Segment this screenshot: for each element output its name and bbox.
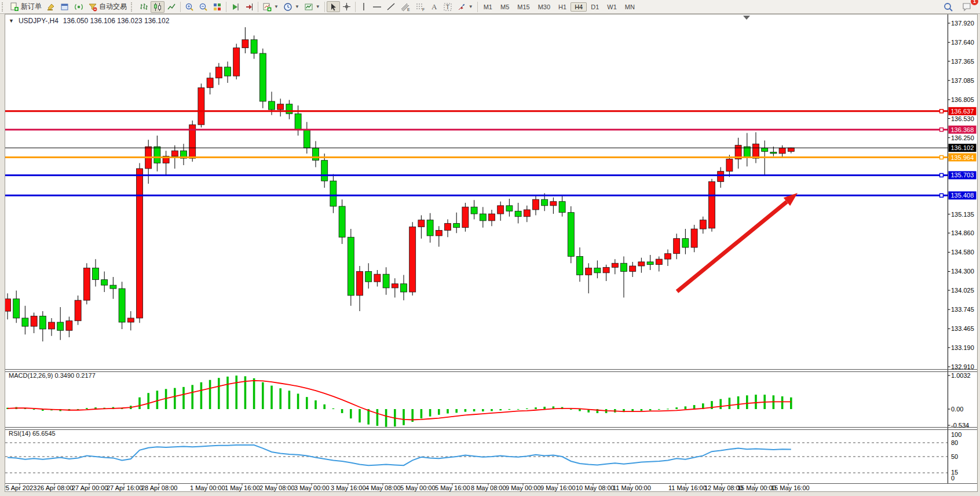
timeframe-group: M1M5M15M30H1H4D1W1MN — [480, 2, 639, 12]
text-label-tool[interactable]: T — [441, 1, 455, 13]
macd-signal-line — [8, 381, 791, 420]
time-label: 3 May 00:00 — [294, 484, 330, 491]
toolbar-separator — [258, 2, 258, 12]
toolbar-grip[interactable] — [131, 2, 135, 12]
autotrade-icon — [88, 2, 97, 12]
timeframe-button-m1[interactable]: M1 — [480, 2, 496, 12]
market-watch-button[interactable] — [58, 1, 72, 13]
toolbar-separator — [355, 2, 356, 12]
timeframe-button-m15[interactable]: M15 — [513, 2, 533, 12]
macd-axis-label: -0.534 — [951, 422, 969, 429]
toolbar-separator — [226, 2, 226, 12]
time-label: 8 May 08:00 — [471, 484, 506, 491]
collapse-triangle-icon[interactable]: ▼ — [9, 18, 14, 24]
equidistant-channel-tool[interactable]: E — [398, 1, 413, 13]
signal-button[interactable] — [72, 1, 86, 13]
price-label-text: 135.964 — [951, 154, 974, 161]
price-label-text: 136.368 — [951, 126, 974, 133]
clock-icon — [283, 2, 292, 12]
indicators-plus-icon — [262, 2, 272, 12]
line-handle[interactable] — [940, 194, 944, 197]
time-label: 11 May 00:00 — [613, 484, 651, 491]
line-chart-button[interactable] — [164, 1, 178, 13]
svg-text:A: A — [432, 2, 437, 11]
timeframe-button-h1[interactable]: H1 — [554, 2, 571, 12]
price-tick-label: 134.300 — [951, 268, 974, 275]
line-handle[interactable] — [940, 156, 944, 159]
bar-chart-button[interactable] — [137, 1, 151, 13]
zoom-out-button[interactable] — [196, 1, 210, 13]
price-tick-label: 137.085 — [951, 77, 974, 84]
timeframe-button-w1[interactable]: W1 — [603, 2, 621, 12]
toolbar-separator — [180, 2, 181, 12]
line-handle[interactable] — [940, 173, 944, 177]
macd-label: MACD(12,26,9) 0.3490 0.2177 — [9, 372, 96, 379]
stamp-button[interactable] — [44, 1, 58, 13]
zoom-in-button[interactable] — [182, 1, 196, 13]
price-tick-label: 132.910 — [951, 363, 974, 370]
time-label: 25 Apr 2023 — [5, 484, 36, 491]
price-label-text: 135.408 — [951, 192, 974, 199]
candlestick-chart-icon — [153, 2, 162, 12]
tile-windows-button[interactable] — [210, 1, 224, 13]
timeframe-button-m30[interactable]: M30 — [534, 2, 554, 12]
text-tool[interactable]: A — [428, 1, 441, 12]
timeframe-button-h4[interactable]: H4 — [571, 2, 587, 12]
chat-button[interactable]: 1 — [959, 1, 974, 13]
timeframes-menu-button[interactable]: ▼ — [281, 1, 302, 13]
price-tick-label: 136.250 — [951, 134, 974, 141]
bar-chart-icon — [139, 2, 148, 12]
mt4-window: 新订单 自动交易 — [0, 0, 980, 496]
chat-bubble-icon — [961, 2, 972, 12]
macd-axis-label: 0.00 — [951, 406, 963, 413]
signal-icon — [74, 2, 83, 12]
stamp-icon — [46, 2, 56, 12]
time-label: 27 Apr 00:00 — [72, 484, 108, 491]
chart-canvas[interactable]: 137.920137.640137.365137.085136.805136.5… — [5, 14, 977, 491]
new-order-button[interactable]: 新订单 — [8, 1, 44, 13]
price-tick-label: 133.465 — [951, 325, 974, 332]
line-handle[interactable] — [940, 128, 944, 132]
rsi-axis-label: 80 — [951, 439, 958, 446]
search-button[interactable] — [941, 1, 956, 13]
rsi-label: RSI(14) 65.6545 — [9, 430, 56, 437]
time-label: 26 Apr 08:00 — [37, 484, 73, 491]
toolbar-separator — [324, 2, 325, 12]
time-label: 1 May 16:00 — [225, 484, 260, 491]
time-label: 3 May 16:00 — [331, 484, 366, 491]
templates-caret-icon: ▼ — [316, 4, 320, 9]
crosshair-tool-button[interactable] — [340, 1, 353, 12]
time-label: 27 Apr 16:00 — [107, 484, 142, 491]
price-tick-label: 135.135 — [951, 211, 974, 218]
vertical-line-tool[interactable] — [357, 1, 370, 12]
horizontal-line-tool[interactable] — [370, 1, 384, 12]
toolbar-grip[interactable] — [2, 2, 6, 12]
chart-shift-button[interactable] — [242, 1, 256, 13]
price-tick-label: 133.745 — [951, 306, 974, 313]
indicators-button[interactable]: ▼ — [260, 1, 281, 13]
arrows-tool[interactable]: ▼ — [455, 1, 476, 13]
text-label-icon: T — [443, 2, 452, 12]
trendline-tool[interactable] — [384, 1, 398, 12]
timeframe-button-d1[interactable]: D1 — [587, 2, 603, 12]
fibonacci-tool[interactable]: F — [413, 1, 428, 13]
templates-button[interactable]: ▼ — [302, 1, 323, 13]
price-tick-label: 137.640 — [951, 39, 974, 46]
zoom-in-icon — [185, 2, 194, 12]
price-tick-label: 137.920 — [951, 20, 974, 27]
auto-scroll-button[interactable] — [228, 1, 242, 13]
chart-symbol-period: USDJPY-,H4 — [19, 17, 58, 25]
time-label: 10 May 08:00 — [576, 484, 615, 491]
timeframe-button-m5[interactable]: M5 — [496, 2, 513, 12]
timeframe-button-mn[interactable]: MN — [621, 2, 639, 12]
candlestick-chart-button[interactable] — [151, 1, 164, 13]
channel-icon: E — [400, 2, 411, 12]
cursor-tool-button[interactable] — [327, 1, 340, 12]
chart-shift-marker[interactable] — [743, 16, 750, 20]
line-handle[interactable] — [940, 110, 944, 113]
autotrade-button[interactable]: 自动交易 — [86, 1, 129, 13]
time-label: 11 May 16:00 — [668, 484, 707, 491]
macd-axis-label: 1.0032 — [951, 372, 971, 379]
time-label: 5 May 00:00 — [400, 484, 436, 491]
arrows-caret-icon: ▼ — [469, 4, 473, 9]
